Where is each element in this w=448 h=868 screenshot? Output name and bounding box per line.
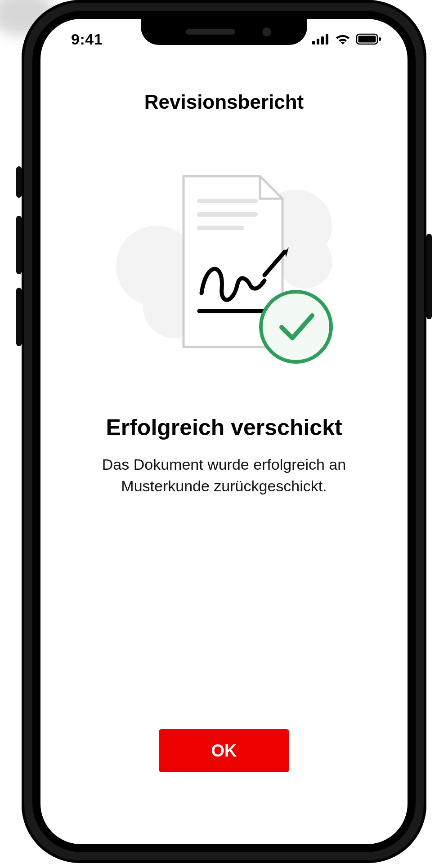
device-front-camera [262,27,271,36]
svg-rect-0 [312,41,315,45]
device-volume-down [16,288,22,346]
status-indicators [312,33,386,45]
status-time: 9:41 [62,31,103,48]
svg-rect-6 [379,37,381,41]
svg-rect-2 [321,36,324,45]
page-title: Revisionsbericht [144,91,304,113]
device-power-button [426,234,432,319]
content: Revisionsbericht [40,73,408,844]
ok-button[interactable]: OK [159,729,289,772]
device-notch [141,19,307,45]
checkmark-success-icon [261,292,331,362]
device-mute-switch [16,166,22,198]
screen: 9:41 [40,19,408,844]
svg-rect-5 [358,36,376,43]
device-speaker [186,29,235,35]
wifi-icon [335,33,351,45]
svg-point-15 [261,292,331,362]
svg-point-10 [278,235,332,289]
cellular-icon [312,34,329,45]
svg-rect-3 [326,34,328,45]
success-body-text: Das Dokument wurde erfolgreich an Muster… [80,454,368,497]
success-headline: Erfolgreich verschickt [106,414,342,441]
svg-rect-1 [317,39,319,45]
device-volume-up [16,216,22,274]
battery-icon [356,33,381,45]
signed-document-success-illustration [107,172,341,361]
device-frame: 9:41 [22,0,426,863]
